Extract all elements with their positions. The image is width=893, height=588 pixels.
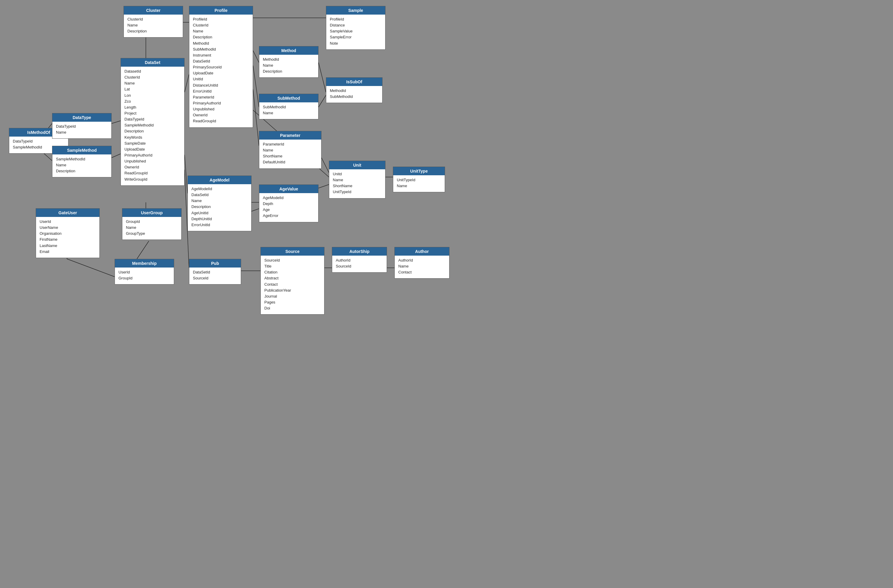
field-subMethod-submethodid: SubMethodId	[263, 104, 315, 110]
entity-body-sampleMethod: SampleMethodIdNameDescription	[53, 154, 111, 177]
entity-method: MethodMethodIdNameDescription	[259, 46, 319, 78]
field-ageValue-age: Age	[263, 207, 315, 213]
entity-header-dataType: DataType	[53, 113, 111, 122]
field-source-doi: Doi	[264, 305, 320, 311]
entity-header-ageModel: AgeModel	[188, 176, 251, 184]
field-unit-unitd: Unitd	[333, 171, 382, 177]
field-dataSet-datatypeid: DataTypeId	[125, 116, 181, 122]
field-source-abstract: Abstract	[264, 275, 320, 281]
field-ageModel-errorunitid: ErrorUnitId	[191, 222, 248, 228]
entity-body-sample: ProfileIdDistanceSampleValueSampleErrorN…	[326, 15, 385, 50]
entity-body-membership: UserIdGroupId	[115, 267, 174, 284]
field-profile-parameterid: ParameterId	[193, 94, 249, 100]
entity-dataType: DataTypeDataTypeIdName	[52, 113, 112, 139]
entity-cluster: ClusterClusterIdNameDescription	[123, 6, 183, 38]
field-dataSet-length: Length	[125, 105, 181, 110]
field-profile-ownerid: OwnerId	[193, 112, 249, 118]
entity-header-unitType: UnitType	[393, 167, 445, 175]
field-ageModel-datasetid: DataSetId	[191, 192, 248, 198]
svg-line-11	[319, 95, 326, 107]
entity-membership: MembershipUserIdGroupId	[114, 259, 174, 285]
entity-body-profile: ProfileIdClusterIdNameDescriptionMethodI…	[189, 15, 253, 128]
svg-line-10	[319, 63, 326, 92]
field-gateUser-email: Email	[40, 249, 96, 255]
field-profile-submethodid: SubMethodId	[193, 46, 249, 52]
field-method-name: Name	[263, 63, 315, 69]
field-sample-samplevalue: SampleValue	[330, 28, 382, 34]
field-source-citation: Citation	[264, 269, 320, 275]
field-pub-datasetid: DataSetId	[193, 269, 237, 275]
field-dataSet-clusterid: ClusterId	[125, 74, 181, 80]
field-dataSet-zco: Zco	[125, 99, 181, 105]
field-dataSet-unpublished: Unpublished	[125, 158, 181, 164]
field-profile-unitid: UnitId	[193, 76, 249, 82]
field-dataSet-primaryauthorid: PrimaryAuthorId	[125, 152, 181, 158]
field-userGroup-name: Name	[126, 225, 178, 231]
field-dataSet-lat: Lat	[125, 86, 181, 92]
field-profile-unpublished: Unpublished	[193, 106, 249, 112]
field-isMethodOf-datatypeid: DataTypeId	[13, 138, 65, 144]
field-source-publicationyear: PublicationYear	[264, 288, 320, 293]
entity-header-ageValue: AgeValue	[259, 185, 318, 193]
entity-body-unitType: UnitTypeIdName	[393, 175, 445, 192]
field-dataSet-readgroupid: ReadGroupId	[125, 170, 181, 176]
entity-header-source: Source	[261, 247, 324, 256]
entity-header-pub: Pub	[189, 259, 241, 267]
field-cluster-clusterid: ClusterId	[128, 16, 179, 22]
entity-body-method: MethodIdNameDescription	[259, 55, 318, 77]
field-cluster-description: Description	[128, 28, 179, 34]
entity-header-sample: Sample	[326, 6, 385, 15]
field-ageModel-depthunitid: DepthUnitId	[191, 216, 248, 222]
entity-header-subMethod: SubMethod	[259, 94, 318, 102]
field-dataSet-name: Name	[125, 80, 181, 86]
field-cluster-name: Name	[128, 22, 179, 28]
entity-isSubOf: IsSubOfMethodIdSubMethodId	[326, 77, 382, 103]
field-profile-distanceunitid: DistanceUnitId	[193, 82, 249, 88]
field-profile-primarysourceid: PrimarySourceId	[193, 64, 249, 70]
field-membership-groupid: GroupId	[119, 275, 170, 281]
field-profile-uploaddate: UploadDate	[193, 70, 249, 76]
entity-header-isSubOf: IsSubOf	[326, 78, 382, 86]
field-sampleMethod-description: Description	[56, 168, 108, 174]
field-profile-instrument: Instrument	[193, 52, 249, 58]
field-unit-name: Name	[333, 177, 382, 183]
entity-source: SourceSourceIdTitleCitationAbstractConta…	[260, 247, 325, 315]
field-sample-sampleerror: SampleError	[330, 34, 382, 40]
field-subMethod-name: Name	[263, 110, 315, 116]
field-source-contact: Contact	[264, 282, 320, 288]
field-ageValue-depth: Depth	[263, 201, 315, 207]
field-sampleMethod-samplemethodid: SampleMethodId	[56, 156, 108, 162]
field-ageModel-ageunitid: AgeUnitId	[191, 210, 248, 216]
field-dataSet-project: Project	[125, 110, 181, 116]
field-dataSet-sampledate: SampleDate	[125, 141, 181, 146]
entity-body-source: SourceIdTitleCitationAbstractContactPubl…	[261, 256, 324, 314]
entity-header-unit: Unit	[329, 161, 385, 170]
field-sample-distance: Distance	[330, 22, 382, 28]
svg-line-1	[185, 74, 189, 92]
field-profile-datasetid: DataSetId	[193, 58, 249, 64]
field-gateUser-firstname: FirstName	[40, 237, 96, 243]
field-dataSet-lon: Lon	[125, 93, 181, 99]
field-source-sourceid: SourceId	[264, 257, 320, 263]
field-userGroup-groupid: GroupId	[126, 219, 178, 225]
field-ageModel-description: Description	[191, 204, 248, 210]
entity-subMethod: SubMethodSubMethodIdName	[259, 94, 319, 119]
field-profile-readgroupid: ReadGroupId	[193, 118, 249, 124]
entity-header-method: Method	[259, 46, 318, 55]
entity-profile: ProfileProfileIdClusterIdNameDescription…	[189, 6, 253, 128]
entity-header-membership: Membership	[115, 259, 174, 267]
field-source-title: Title	[264, 263, 320, 269]
entity-header-author: Author	[395, 247, 449, 256]
entity-body-author: AuthorIdNameContact	[395, 256, 449, 278]
entity-body-pub: DataSetIdSourceId	[189, 267, 241, 284]
svg-line-21	[137, 241, 149, 259]
field-parameter-shortname: ShortName	[263, 153, 317, 159]
entity-body-unit: UnitdNameShortNameUnitTypeId	[329, 170, 385, 198]
field-source-pages: Pages	[264, 299, 320, 305]
field-gateUser-userid: UserId	[40, 219, 96, 225]
entity-body-cluster: ClusterIdNameDescription	[124, 15, 183, 37]
entity-body-dataSet: DatasetIdClusterIdNameLatLonZcoLengthPro…	[121, 67, 184, 185]
field-profile-name: Name	[193, 28, 249, 34]
entity-sampleMethod: SampleMethodSampleMethodIdNameDescriptio…	[52, 146, 112, 177]
svg-line-6	[253, 66, 259, 107]
